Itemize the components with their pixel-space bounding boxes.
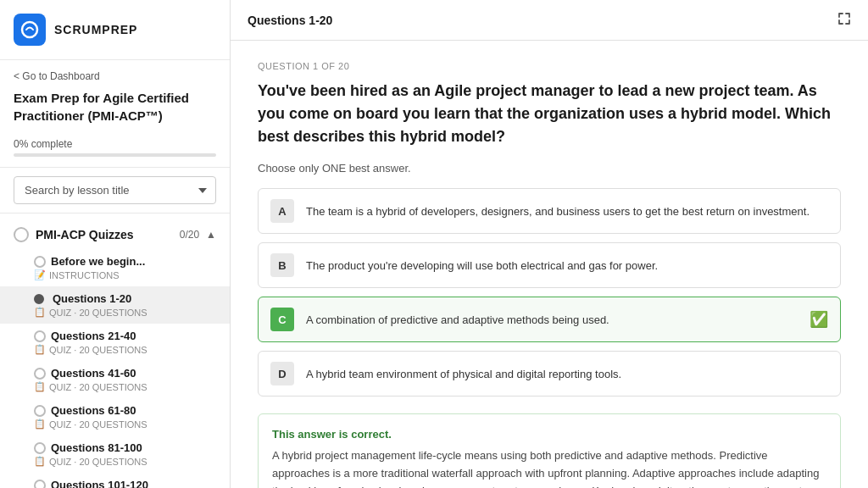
answer-text-c: A combination of predictive and adaptive… bbox=[306, 313, 798, 326]
lesson-circle bbox=[34, 256, 46, 268]
lesson-title: Before we begin... bbox=[51, 255, 145, 268]
answer-options: A The team is a hybrid of developers, de… bbox=[258, 188, 841, 396]
lesson-subtitle: 📋 QUIZ · 20 QUESTIONS bbox=[34, 344, 216, 355]
explanation-box: This answer is correct. A hybrid project… bbox=[258, 413, 841, 488]
lessons-list: PMI-ACP Quizzes 0/20 ▲ Before we begin..… bbox=[0, 214, 230, 488]
question-text: You've been hired as an Agile project ma… bbox=[258, 80, 841, 148]
answer-letter-d: D bbox=[270, 362, 294, 385]
lesson-title: Questions 81-100 bbox=[51, 441, 142, 454]
answer-text-d: A hybrid team environment of physical an… bbox=[306, 368, 828, 380]
choose-label: Choose only ONE best answer. bbox=[258, 162, 841, 175]
back-link[interactable]: < Go to Dashboard bbox=[14, 70, 216, 82]
list-item[interactable]: Before we begin... 📝 INSTRUCTIONS bbox=[0, 249, 230, 286]
list-item[interactable]: Questions 81-100 📋 QUIZ · 20 QUESTIONS bbox=[0, 435, 230, 473]
list-item[interactable]: Questions 1-20 📋 QUIZ · 20 QUESTIONS bbox=[0, 286, 230, 324]
search-container: Search by lesson title bbox=[0, 168, 230, 214]
list-item[interactable]: Questions 101-120 📋 QUIZ · 20 QUESTIONS bbox=[0, 473, 230, 488]
answer-option-b[interactable]: B The product you're developing will use… bbox=[258, 242, 841, 288]
logo-text: SCRUMPREP bbox=[54, 23, 137, 36]
answer-text-b: The product you're developing will use b… bbox=[306, 259, 828, 272]
sidebar-nav: < Go to Dashboard Exam Prep for Agile Ce… bbox=[0, 60, 230, 131]
lessons-container: Before we begin... 📝 INSTRUCTIONS Questi… bbox=[0, 249, 230, 488]
search-input[interactable]: Search by lesson title bbox=[14, 176, 216, 204]
lesson-circle bbox=[34, 405, 46, 417]
lesson-circle bbox=[34, 442, 46, 454]
answer-option-d[interactable]: D A hybrid team environment of physical … bbox=[258, 351, 841, 396]
progress-bar bbox=[14, 153, 216, 157]
lesson-type-icon: 📋 bbox=[34, 456, 46, 467]
answer-letter-c: C bbox=[270, 308, 294, 331]
lesson-title: Questions 1-20 bbox=[53, 292, 131, 305]
question-label: QUESTION 1 OF 20 bbox=[258, 61, 841, 71]
lesson-subtitle: 📋 QUIZ · 20 QUESTIONS bbox=[34, 456, 216, 467]
correct-check-icon: ✅ bbox=[810, 310, 828, 329]
module-title: PMI-ACP Quizzes bbox=[36, 228, 134, 241]
svg-point-0 bbox=[22, 22, 37, 37]
explanation-title: This answer is correct. bbox=[272, 428, 826, 441]
lesson-title: Questions 21-40 bbox=[51, 330, 136, 342]
content-header-title: Questions 1-20 bbox=[248, 14, 332, 27]
progress-text: 0% complete bbox=[14, 138, 216, 150]
answer-letter-a: A bbox=[270, 199, 294, 223]
lesson-title: Questions 101-120 bbox=[51, 479, 148, 488]
answer-option-a[interactable]: A The team is a hybrid of developers, de… bbox=[258, 188, 841, 234]
sidebar-header: SCRUMPREP bbox=[0, 0, 230, 60]
answer-letter-b: B bbox=[270, 253, 294, 277]
expand-icon[interactable] bbox=[837, 12, 851, 28]
main-content: Questions 1-20 QUESTION 1 OF 20 You've b… bbox=[231, 0, 868, 488]
progress-section: 0% complete bbox=[0, 131, 230, 168]
module-count: 0/20 bbox=[180, 229, 199, 241]
sidebar: SCRUMPREP < Go to Dashboard Exam Prep fo… bbox=[0, 0, 231, 488]
lesson-type-icon: 📋 bbox=[34, 344, 46, 355]
lesson-circle bbox=[34, 480, 46, 489]
answer-option-c[interactable]: C A combination of predictive and adapti… bbox=[258, 297, 841, 342]
list-item[interactable]: Questions 61-80 📋 QUIZ · 20 QUESTIONS bbox=[0, 398, 230, 435]
lesson-subtitle: 📋 QUIZ · 20 QUESTIONS bbox=[34, 307, 216, 318]
answer-text-a: The team is a hybrid of developers, desi… bbox=[306, 205, 828, 218]
lesson-subtitle: 📋 QUIZ · 20 QUESTIONS bbox=[34, 419, 216, 430]
lesson-title: Questions 41-60 bbox=[51, 367, 136, 380]
content-body: QUESTION 1 OF 20 You've been hired as an… bbox=[231, 41, 868, 488]
module-header[interactable]: PMI-ACP Quizzes 0/20 ▲ bbox=[0, 220, 230, 249]
lesson-circle bbox=[34, 368, 46, 380]
lesson-title: Questions 61-80 bbox=[51, 404, 136, 417]
course-title: Exam Prep for Agile Certified Practition… bbox=[14, 89, 216, 125]
active-dot-icon bbox=[34, 294, 44, 304]
lesson-subtitle: 📋 QUIZ · 20 QUESTIONS bbox=[34, 381, 216, 392]
content-header: Questions 1-20 bbox=[231, 0, 868, 41]
module-title-row: PMI-ACP Quizzes bbox=[14, 227, 134, 242]
explanation-text: A hybrid project management life-cycle m… bbox=[272, 447, 826, 488]
lesson-circle bbox=[34, 330, 46, 342]
lesson-type-icon: 📋 bbox=[34, 381, 46, 392]
logo-icon bbox=[14, 14, 46, 46]
chevron-up-icon: ▲ bbox=[206, 229, 216, 241]
module-circle-icon bbox=[14, 227, 29, 242]
list-item[interactable]: Questions 21-40 📋 QUIZ · 20 QUESTIONS bbox=[0, 324, 230, 361]
list-item[interactable]: Questions 41-60 📋 QUIZ · 20 QUESTIONS bbox=[0, 361, 230, 398]
lesson-type-icon: 📝 bbox=[34, 269, 46, 280]
lesson-type-icon: 📋 bbox=[34, 419, 46, 430]
lesson-type-icon: 📋 bbox=[34, 307, 46, 318]
lesson-subtitle: 📝 INSTRUCTIONS bbox=[34, 269, 216, 280]
